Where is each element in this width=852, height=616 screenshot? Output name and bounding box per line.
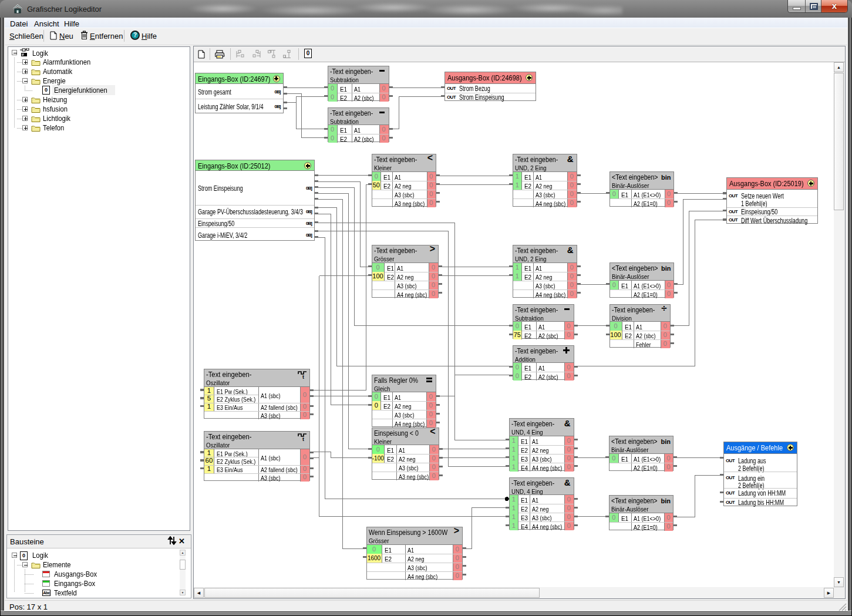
- svg-text:t: t: [302, 374, 304, 379]
- svg-text:t: t: [302, 436, 304, 442]
